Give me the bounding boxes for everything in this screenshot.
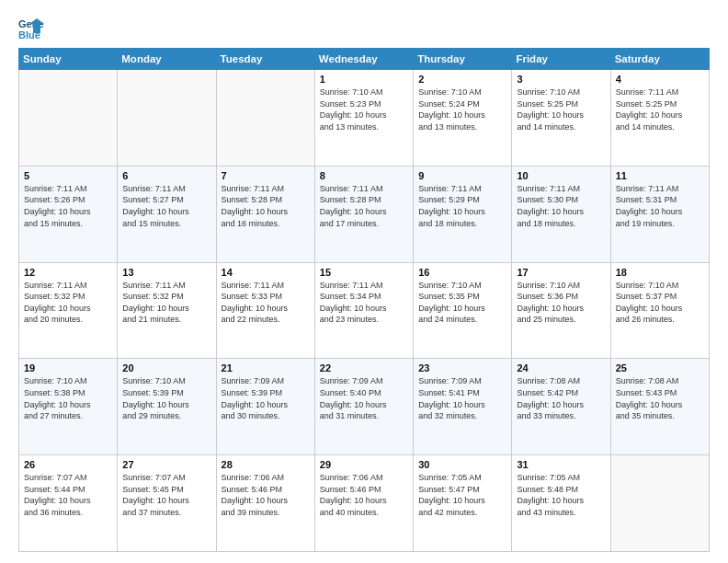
calendar-cell: 28Sunrise: 7:06 AM Sunset: 5:46 PM Dayli…	[216, 455, 314, 552]
day-number: 25	[616, 362, 704, 373]
day-info: Sunrise: 7:11 AM Sunset: 5:29 PM Dayligh…	[418, 183, 506, 229]
weekday-friday: Friday	[512, 49, 610, 70]
day-info: Sunrise: 7:09 AM Sunset: 5:40 PM Dayligh…	[320, 375, 408, 421]
calendar-cell: 2Sunrise: 7:10 AM Sunset: 5:24 PM Daylig…	[414, 70, 512, 167]
day-info: Sunrise: 7:11 AM Sunset: 5:28 PM Dayligh…	[320, 183, 408, 229]
weekday-sunday: Sunday	[19, 49, 118, 70]
calendar-cell: 19Sunrise: 7:10 AM Sunset: 5:38 PM Dayli…	[19, 359, 118, 455]
day-number: 15	[320, 267, 408, 278]
day-number: 21	[222, 362, 310, 373]
day-info: Sunrise: 7:11 AM Sunset: 5:31 PM Dayligh…	[616, 183, 704, 229]
day-number: 7	[222, 170, 310, 181]
day-info: Sunrise: 7:07 AM Sunset: 5:44 PM Dayligh…	[24, 472, 112, 518]
day-number: 3	[517, 74, 605, 85]
day-info: Sunrise: 7:08 AM Sunset: 5:42 PM Dayligh…	[517, 375, 605, 421]
logo-icon: General Blue	[18, 15, 44, 40]
calendar-cell: 11Sunrise: 7:11 AM Sunset: 5:31 PM Dayli…	[610, 166, 709, 262]
calendar-cell: 5Sunrise: 7:11 AM Sunset: 5:26 PM Daylig…	[19, 166, 118, 262]
weekday-wednesday: Wednesday	[314, 49, 413, 70]
calendar-cell: 13Sunrise: 7:11 AM Sunset: 5:32 PM Dayli…	[118, 262, 216, 359]
calendar-cell: 7Sunrise: 7:11 AM Sunset: 5:28 PM Daylig…	[216, 166, 314, 262]
calendar-cell: 9Sunrise: 7:11 AM Sunset: 5:29 PM Daylig…	[414, 166, 512, 262]
day-number: 6	[122, 170, 210, 181]
week-row-3: 12Sunrise: 7:11 AM Sunset: 5:32 PM Dayli…	[19, 262, 710, 359]
calendar-cell	[216, 70, 314, 167]
day-number: 31	[517, 459, 605, 470]
day-number: 16	[418, 267, 506, 278]
day-number: 9	[418, 170, 506, 181]
page: General Blue SundayMondayTuesdayWednesda…	[0, 0, 728, 563]
day-number: 10	[517, 170, 605, 181]
day-info: Sunrise: 7:10 AM Sunset: 5:38 PM Dayligh…	[24, 375, 112, 421]
day-info: Sunrise: 7:10 AM Sunset: 5:23 PM Dayligh…	[320, 86, 408, 132]
calendar-cell: 6Sunrise: 7:11 AM Sunset: 5:27 PM Daylig…	[118, 166, 216, 262]
day-info: Sunrise: 7:08 AM Sunset: 5:43 PM Dayligh…	[616, 375, 704, 421]
day-info: Sunrise: 7:10 AM Sunset: 5:24 PM Dayligh…	[418, 86, 506, 132]
day-number: 2	[418, 74, 506, 85]
day-number: 27	[122, 459, 210, 470]
day-number: 22	[320, 362, 408, 373]
day-number: 4	[616, 74, 704, 85]
header: General Blue	[18, 15, 710, 40]
calendar-cell: 29Sunrise: 7:06 AM Sunset: 5:46 PM Dayli…	[314, 455, 413, 552]
calendar-cell: 22Sunrise: 7:09 AM Sunset: 5:40 PM Dayli…	[314, 359, 413, 455]
calendar-cell: 31Sunrise: 7:05 AM Sunset: 5:48 PM Dayli…	[512, 455, 610, 552]
calendar-cell	[610, 455, 709, 552]
day-info: Sunrise: 7:06 AM Sunset: 5:46 PM Dayligh…	[320, 472, 408, 518]
day-info: Sunrise: 7:11 AM Sunset: 5:32 PM Dayligh…	[24, 280, 112, 326]
day-number: 29	[320, 459, 408, 470]
day-info: Sunrise: 7:11 AM Sunset: 5:25 PM Dayligh…	[616, 86, 704, 132]
day-info: Sunrise: 7:10 AM Sunset: 5:37 PM Dayligh…	[616, 280, 704, 326]
calendar-table: SundayMondayTuesdayWednesdayThursdayFrid…	[18, 48, 710, 552]
week-row-1: 1Sunrise: 7:10 AM Sunset: 5:23 PM Daylig…	[19, 70, 710, 167]
week-row-2: 5Sunrise: 7:11 AM Sunset: 5:26 PM Daylig…	[19, 166, 710, 262]
calendar-cell: 4Sunrise: 7:11 AM Sunset: 5:25 PM Daylig…	[610, 70, 709, 167]
day-info: Sunrise: 7:11 AM Sunset: 5:34 PM Dayligh…	[320, 280, 408, 326]
day-number: 19	[24, 362, 112, 373]
calendar-cell: 26Sunrise: 7:07 AM Sunset: 5:44 PM Dayli…	[19, 455, 118, 552]
day-number: 14	[222, 267, 310, 278]
calendar-cell: 14Sunrise: 7:11 AM Sunset: 5:33 PM Dayli…	[216, 262, 314, 359]
day-number: 18	[616, 267, 704, 278]
calendar-cell: 8Sunrise: 7:11 AM Sunset: 5:28 PM Daylig…	[314, 166, 413, 262]
day-number: 8	[320, 170, 408, 181]
calendar-cell: 1Sunrise: 7:10 AM Sunset: 5:23 PM Daylig…	[314, 70, 413, 167]
day-number: 12	[24, 267, 112, 278]
day-number: 30	[418, 459, 506, 470]
day-number: 13	[122, 267, 210, 278]
day-info: Sunrise: 7:10 AM Sunset: 5:35 PM Dayligh…	[418, 280, 506, 326]
day-number: 5	[24, 170, 112, 181]
day-info: Sunrise: 7:11 AM Sunset: 5:27 PM Dayligh…	[122, 183, 210, 229]
day-number: 28	[222, 459, 310, 470]
day-info: Sunrise: 7:06 AM Sunset: 5:46 PM Dayligh…	[222, 472, 310, 518]
calendar-cell: 17Sunrise: 7:10 AM Sunset: 5:36 PM Dayli…	[512, 262, 610, 359]
calendar-cell: 24Sunrise: 7:08 AM Sunset: 5:42 PM Dayli…	[512, 359, 610, 455]
day-info: Sunrise: 7:05 AM Sunset: 5:47 PM Dayligh…	[418, 472, 506, 518]
day-info: Sunrise: 7:11 AM Sunset: 5:28 PM Dayligh…	[222, 183, 310, 229]
day-info: Sunrise: 7:09 AM Sunset: 5:41 PM Dayligh…	[418, 375, 506, 421]
day-number: 26	[24, 459, 112, 470]
calendar-cell: 20Sunrise: 7:10 AM Sunset: 5:39 PM Dayli…	[118, 359, 216, 455]
day-number: 23	[418, 362, 506, 373]
day-number: 24	[517, 362, 605, 373]
day-info: Sunrise: 7:10 AM Sunset: 5:25 PM Dayligh…	[517, 86, 605, 132]
day-info: Sunrise: 7:10 AM Sunset: 5:39 PM Dayligh…	[122, 375, 210, 421]
day-info: Sunrise: 7:10 AM Sunset: 5:36 PM Dayligh…	[517, 280, 605, 326]
calendar-cell: 16Sunrise: 7:10 AM Sunset: 5:35 PM Dayli…	[414, 262, 512, 359]
weekday-saturday: Saturday	[610, 49, 709, 70]
calendar-cell: 27Sunrise: 7:07 AM Sunset: 5:45 PM Dayli…	[118, 455, 216, 552]
day-info: Sunrise: 7:05 AM Sunset: 5:48 PM Dayligh…	[517, 472, 605, 518]
day-info: Sunrise: 7:11 AM Sunset: 5:33 PM Dayligh…	[222, 280, 310, 326]
day-info: Sunrise: 7:11 AM Sunset: 5:30 PM Dayligh…	[517, 183, 605, 229]
day-number: 11	[616, 170, 704, 181]
logo: General Blue	[18, 15, 48, 40]
weekday-monday: Monday	[118, 49, 216, 70]
day-number: 17	[517, 267, 605, 278]
weekday-thursday: Thursday	[414, 49, 512, 70]
day-info: Sunrise: 7:07 AM Sunset: 5:45 PM Dayligh…	[122, 472, 210, 518]
calendar-cell: 18Sunrise: 7:10 AM Sunset: 5:37 PM Dayli…	[610, 262, 709, 359]
calendar-cell: 21Sunrise: 7:09 AM Sunset: 5:39 PM Dayli…	[216, 359, 314, 455]
day-number: 20	[122, 362, 210, 373]
calendar-cell: 30Sunrise: 7:05 AM Sunset: 5:47 PM Dayli…	[414, 455, 512, 552]
calendar-cell: 15Sunrise: 7:11 AM Sunset: 5:34 PM Dayli…	[314, 262, 413, 359]
